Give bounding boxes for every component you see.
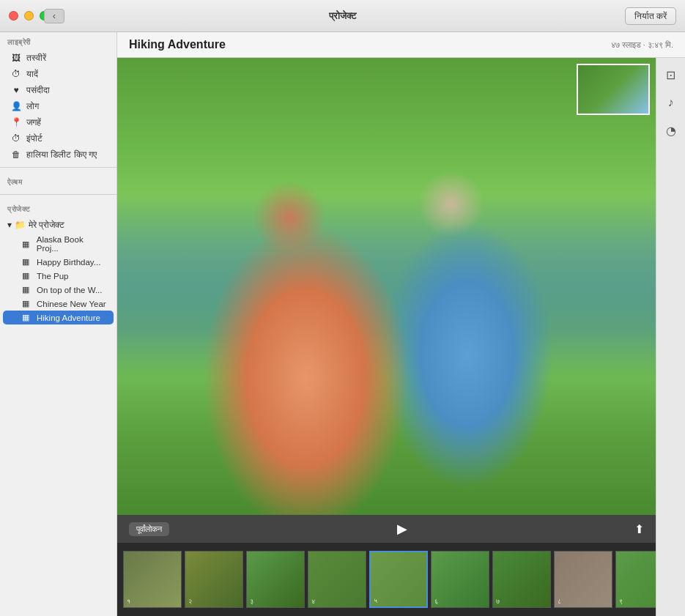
thumb-number-8: ८	[558, 598, 561, 606]
library-section-header: लाइब्रेरी	[0, 32, 116, 50]
places-icon: 📍	[10, 117, 22, 127]
sidebar-item-photos[interactable]: 🖼 तस्वीरें	[3, 50, 114, 66]
project-header: Hiking Adventure ४७ स्लाइड · ३:४९ मि.	[117, 32, 685, 58]
sidebar-item-pup[interactable]: ▦ The Pup	[3, 269, 114, 283]
thumb-number-6: ६	[434, 598, 438, 606]
project-folder[interactable]: ▾ 📁 मेरे प्रोजेक्ट	[0, 217, 116, 233]
sidebar-item-import[interactable]: ⏱ इंपोर्ट	[3, 130, 114, 146]
theme-button[interactable]: ◔	[660, 119, 682, 141]
sidebar-item-recently-deleted[interactable]: 🗑 हालिया डिलीट किए गए	[3, 146, 114, 163]
filmstrip-thumb-2[interactable]: २	[185, 551, 243, 608]
playback-bar: पूर्वांलोकन ▶ ⬆	[117, 515, 656, 543]
import-icon: ⏱	[10, 133, 22, 144]
people-icon: 👤	[10, 101, 22, 111]
window-controls	[9, 11, 49, 21]
sidebar-item-places[interactable]: 📍 जगहें	[3, 114, 114, 130]
filmstrip-thumb-1[interactable]: १	[123, 551, 182, 608]
slideshow-area: पूर्वांलोकन ▶ ⬆ १ २ ३	[117, 58, 656, 616]
favorites-icon: ♥	[10, 85, 22, 95]
main-view: पूर्वांलोकन ▶ ⬆ १ २ ३	[117, 58, 685, 616]
preview-button[interactable]: पूर्वांलोकन	[129, 522, 169, 536]
filmstrip: १ २ ३ ४ ५ ६	[117, 543, 656, 616]
close-button[interactable]	[9, 11, 18, 21]
pup-label: The Pup	[37, 272, 68, 281]
sidebar-item-people[interactable]: 👤 लोग	[3, 98, 114, 114]
folder-icon: 📁	[15, 220, 26, 230]
sidebar-item-photos-label: तस्वीरें	[26, 53, 46, 63]
hiking-label: Hiking Adventure	[37, 313, 100, 322]
share-icon: ⬆	[634, 523, 644, 535]
theme-icon: ◔	[666, 124, 676, 138]
content-area: Hiking Adventure ४७ स्लाइड · ३:४९ मि.	[117, 32, 685, 616]
sidebar-item-deleted-label: हालिया डिलीट किए गए	[26, 149, 97, 160]
thumb-number-7: ७	[496, 598, 500, 606]
project-title: Hiking Adventure	[129, 38, 226, 51]
sidebar: लाइब्रेरी 🖼 तस्वीरें ⏱ यादें ♥ पसंदीदा 👤…	[0, 32, 117, 616]
sidebar-item-chinese-new-year[interactable]: ▦ Chinese New Year	[3, 297, 114, 311]
filmstrip-thumb-8[interactable]: ८	[554, 551, 612, 608]
slide-inset-preview	[577, 64, 650, 115]
sidebar-item-ontop[interactable]: ▦ On top of the W...	[3, 283, 114, 297]
thumb-number-1: १	[127, 598, 130, 606]
filmstrip-thumb-3[interactable]: ३	[246, 551, 305, 608]
project-section-header: प्रोजेक्ट	[0, 199, 116, 217]
thumb-number-3: ३	[250, 598, 253, 606]
sidebar-item-favorites[interactable]: ♥ पसंदीदा	[3, 82, 114, 98]
sidebar-divider-1	[0, 167, 116, 168]
slide-people	[117, 58, 656, 515]
sidebar-item-birthday[interactable]: ▦ Happy Birthday...	[3, 255, 114, 269]
titlebar: ‹ प्रोजेक्ट निर्यात करें	[0, 0, 685, 32]
alaska-label: Alaska Book Proj...	[37, 235, 106, 253]
birthday-label: Happy Birthday...	[37, 258, 100, 267]
right-panel: ⊡ ♪ ◔	[656, 58, 685, 616]
slideshow-icon-pup: ▦	[22, 271, 32, 281]
sidebar-item-people-label: लोग	[26, 101, 39, 111]
main-layout: लाइब्रेरी 🖼 तस्वीरें ⏱ यादें ♥ पसंदीदा 👤…	[0, 32, 685, 616]
trash-icon: 🗑	[10, 149, 22, 160]
slide-image	[117, 58, 656, 515]
sidebar-item-memories-label: यादें	[26, 69, 38, 79]
slideshow-icon-hiking: ▦	[22, 313, 32, 322]
music-button[interactable]: ♪	[660, 92, 682, 114]
sidebar-divider-2	[0, 194, 116, 195]
ontop-label: On top of the W...	[37, 286, 103, 294]
sidebar-item-alaska[interactable]: ▦ Alaska Book Proj...	[3, 233, 114, 255]
play-button[interactable]: ▶	[397, 521, 407, 537]
filmstrip-thumb-4[interactable]: ४	[308, 551, 366, 608]
back-icon: ‹	[53, 10, 56, 21]
project-meta: ४७ स्लाइड · ३:४९ मि.	[611, 40, 673, 50]
sidebar-item-import-label: इंपोर्ट	[26, 133, 42, 144]
thumb-number-2: २	[188, 598, 192, 606]
folder-arrow-icon: ▾	[7, 220, 12, 230]
photos-icon: 🖼	[10, 53, 22, 63]
sidebar-item-hiking[interactable]: ▦ Hiking Adventure	[3, 311, 114, 324]
slideshow-icon-birthday: ▦	[22, 257, 32, 267]
back-button[interactable]: ‹	[44, 9, 64, 23]
cny-label: Chinese New Year	[37, 300, 106, 308]
thumb-number-9: ९	[619, 598, 623, 606]
sidebar-item-places-label: जगहें	[26, 117, 41, 127]
sidebar-item-favorites-label: पसंदीदा	[26, 85, 50, 95]
music-icon: ♪	[668, 96, 674, 109]
minimize-button[interactable]	[24, 11, 34, 21]
export-button[interactable]: निर्यात करें	[625, 7, 676, 25]
album-section-header: ऐल्बम	[0, 172, 116, 190]
slideshow-icon-alaska: ▦	[22, 240, 32, 249]
thumb-number-5: ५	[374, 597, 377, 605]
slideshow-icon-ontop: ▦	[22, 285, 32, 294]
slideshow-icon-cny: ▦	[22, 299, 32, 308]
memories-icon: ⏱	[10, 69, 22, 79]
layout-button[interactable]: ⊡	[660, 64, 682, 86]
filmstrip-thumb-9[interactable]: ९	[615, 551, 656, 608]
layout-icon: ⊡	[666, 68, 675, 82]
project-folder-label: मेरे प्रोजेक्ट	[29, 220, 64, 230]
filmstrip-thumb-6[interactable]: ६	[431, 551, 489, 608]
sidebar-item-memories[interactable]: ⏱ यादें	[3, 66, 114, 82]
slide-container[interactable]	[117, 58, 656, 515]
window-title: प्रोजेक्ट	[329, 10, 356, 22]
share-button[interactable]: ⬆	[634, 522, 644, 536]
thumb-number-4: ४	[311, 598, 315, 606]
filmstrip-thumb-5[interactable]: ५	[369, 551, 428, 608]
filmstrip-thumb-7[interactable]: ७	[492, 551, 551, 608]
